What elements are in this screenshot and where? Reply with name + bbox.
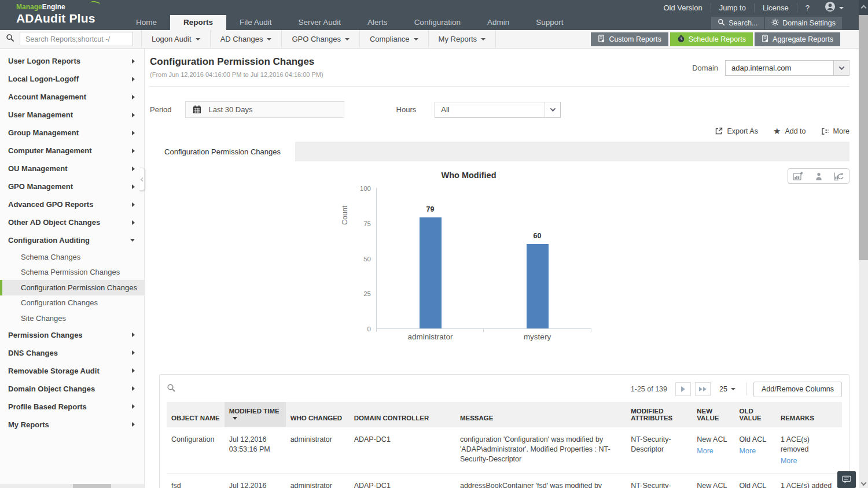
sidebar-item-user-management[interactable]: User Management	[0, 106, 144, 124]
schedule-reports-button[interactable]: Schedule Reports	[670, 32, 753, 46]
more-link[interactable]: More	[697, 446, 730, 456]
next-page-button[interactable]	[675, 382, 691, 396]
bar-administrator[interactable]	[420, 217, 442, 328]
sidebar-item-permission-changes[interactable]: Permission Changes	[0, 326, 144, 344]
add-to-button[interactable]: ★ Add to	[773, 127, 806, 135]
sidebar-item-schema-changes[interactable]: Schema Changes	[0, 249, 144, 265]
sidebar-item-computer-management[interactable]: Computer Management	[0, 142, 144, 160]
scrollbar-thumb[interactable]	[859, 15, 868, 260]
tab-configuration-permission-changes[interactable]: Configuration Permission Changes	[150, 142, 295, 161]
sidebar-item-schema-permission-changes[interactable]: Schema Permission Changes	[0, 265, 144, 280]
more-button[interactable]: More	[821, 127, 849, 135]
sidebar-item-advanced-gpo-reports[interactable]: Advanced GPO Reports	[0, 195, 144, 213]
sidebar-item-label: Computer Management	[8, 146, 91, 155]
pagination-range: 1-25 of 139	[631, 385, 667, 393]
sidebar-collapse-handle[interactable]	[139, 168, 145, 191]
sidebar-item-label: Removable Storage Audit	[8, 367, 100, 375]
refresh-chart-icon[interactable]	[829, 169, 849, 183]
chevron-down-icon	[839, 7, 844, 9]
nav-tab-admin[interactable]: Admin	[474, 15, 523, 30]
utility-license[interactable]: License	[755, 3, 797, 12]
cell-modified-time: Jul 12,2016 03:19:59 PM	[225, 473, 286, 488]
sidebar-item-removable-storage-audit[interactable]: Removable Storage Audit	[0, 362, 144, 380]
menu-compliance[interactable]: Compliance	[359, 30, 428, 49]
column-header-object-name[interactable]: Object Name	[167, 402, 225, 427]
page-size-select[interactable]: 25	[719, 385, 735, 393]
period-value: Last 30 Days	[209, 105, 253, 114]
sidebar-item-ou-management[interactable]: OU Management	[0, 160, 144, 178]
scroll-up-button[interactable]	[859, 0, 868, 15]
custom-reports-button[interactable]: Custom Reports	[591, 32, 668, 46]
hours-select[interactable]: All	[435, 102, 561, 118]
vertical-scrollbar[interactable]	[859, 0, 868, 488]
sidebar-horizontal-scrollbar[interactable]	[0, 484, 144, 488]
column-header-domain-controller[interactable]: Domain Controller	[350, 402, 455, 427]
sidebar-item-local-logon-logoff[interactable]: Local Logon-Logoff	[0, 70, 144, 88]
nav-tab-reports[interactable]: Reports	[170, 15, 226, 30]
feedback-button[interactable]	[837, 471, 856, 488]
domain-settings-button[interactable]: Domain Settings	[765, 17, 842, 29]
report-search-input[interactable]	[20, 32, 133, 46]
aggregate-reports-button[interactable]: Aggregate Reports	[755, 32, 840, 46]
sidebar-item-dns-changes[interactable]: DNS Changes	[0, 344, 144, 362]
sidebar-item-user-logon-reports[interactable]: User Logon Reports	[0, 52, 144, 70]
chart-title: Who Modified	[307, 171, 631, 180]
sidebar-item-profile-based-reports[interactable]: Profile Based Reports	[0, 398, 144, 416]
nav-tab-configuration[interactable]: Configuration	[401, 15, 474, 30]
utility-[interactable]: ?	[797, 3, 818, 12]
nav-tab-server-audit[interactable]: Server Audit	[285, 15, 355, 30]
sidebar-item-gpo-management[interactable]: GPO Management	[0, 178, 144, 195]
table-search-icon[interactable]	[167, 383, 176, 395]
sidebar-item-other-ad-object-changes[interactable]: Other AD Object Changes	[0, 213, 144, 231]
chevron-down-icon	[481, 38, 486, 40]
nav-tab-support[interactable]: Support	[523, 15, 576, 30]
scroll-down-button[interactable]	[859, 482, 868, 486]
user-view-icon[interactable]	[808, 169, 829, 183]
cell-modified-time: Jul 12,2016 03:53:16 PM	[225, 427, 286, 473]
column-header-new-value[interactable]: New Value	[692, 402, 734, 427]
cell-who-changed: administrator	[286, 473, 350, 488]
utility-jump-to[interactable]: Jump to	[711, 3, 755, 12]
column-header-who-changed[interactable]: Who Changed	[286, 402, 350, 427]
nav-tab-file-audit[interactable]: File Audit	[226, 15, 285, 30]
sidebar-item-domain-object-changes[interactable]: Domain Object Changes	[0, 380, 144, 398]
cell-domain-controller: ADAP-DC1	[350, 473, 455, 488]
global-search-button[interactable]: Search...	[711, 17, 764, 29]
nav-tab-alerts[interactable]: Alerts	[354, 15, 401, 30]
next-page-icon	[681, 386, 685, 392]
column-header-old-value[interactable]: Old Value	[735, 402, 776, 427]
sidebar-item-my-reports[interactable]: My Reports	[0, 416, 144, 434]
add-remove-columns-button[interactable]: Add/Remove Columns	[753, 382, 842, 397]
nav-tab-home[interactable]: Home	[123, 15, 170, 30]
app-logo: ManageEngine ADAudit Plus	[16, 3, 95, 25]
user-menu[interactable]	[818, 1, 846, 14]
hours-select-value: All	[435, 105, 545, 114]
more-link[interactable]: More	[740, 446, 771, 456]
export-icon	[715, 127, 723, 135]
last-page-button[interactable]	[695, 382, 711, 396]
user-avatar-icon	[825, 1, 836, 14]
column-header-modified-time[interactable]: Modified Time	[225, 402, 286, 427]
bar-mystery[interactable]	[527, 244, 549, 328]
column-header-modified-attributes[interactable]: Modified Attributes	[626, 402, 692, 427]
sidebar-item-site-changes[interactable]: Site Changes	[0, 310, 144, 326]
sidebar-item-group-management[interactable]: Group Management	[0, 124, 144, 142]
sidebar-item-configuration-changes[interactable]: Configuration Changes	[0, 295, 144, 311]
menu-logon-audit[interactable]: Logon Audit	[141, 30, 210, 49]
column-header-remarks[interactable]: Remarks	[776, 402, 842, 427]
utility-old-version[interactable]: Old Version	[656, 3, 711, 12]
export-as-button[interactable]: Export As	[715, 127, 758, 135]
more-link[interactable]: More	[781, 456, 837, 466]
menu-my-reports[interactable]: My Reports	[428, 30, 496, 49]
menu-ad-changes[interactable]: AD Changes	[210, 30, 282, 49]
domain-select[interactable]: adap.internal.com	[725, 60, 849, 76]
period-picker[interactable]: Last 30 Days	[185, 101, 344, 118]
column-header-message[interactable]: Message	[455, 402, 626, 427]
sidebar-item-account-management[interactable]: Account Management	[0, 88, 144, 106]
sidebar-item-configuration-permission-changes[interactable]: Configuration Permission Changes	[0, 280, 144, 295]
menu-gpo-changes[interactable]: GPO Changes	[281, 30, 359, 49]
add-chart-icon[interactable]	[788, 169, 808, 183]
sidebar-search-icon-cell	[0, 30, 20, 49]
sidebar-item-configuration-auditing[interactable]: Configuration Auditing	[0, 231, 144, 249]
scrollbar-thumb[interactable]	[73, 484, 111, 488]
